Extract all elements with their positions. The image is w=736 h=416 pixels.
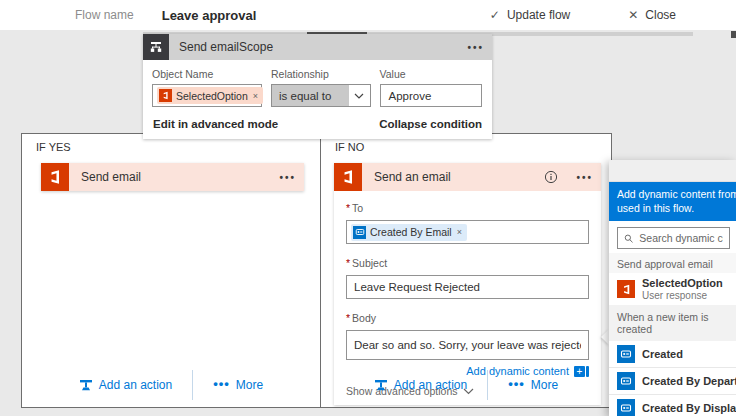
dynamic-item-selectedoption[interactable]: SelectedOption User response — [609, 273, 736, 305]
button-divider — [487, 370, 488, 400]
dynamic-item-created-by-department[interactable]: Created By Department — [609, 367, 736, 394]
add-action-label: Add an action — [99, 378, 172, 392]
item-subtitle: User response — [642, 290, 723, 301]
token-dismiss-icon[interactable]: × — [457, 227, 462, 237]
item-label: Created By Department — [642, 375, 736, 387]
to-label: To — [352, 202, 363, 214]
send-email-menu-icon[interactable]: ••• — [271, 172, 304, 183]
close-button[interactable]: ✕ Close — [628, 8, 676, 22]
top-bar: Flow name Leave approval ✓ Update flow ✕… — [0, 0, 736, 30]
add-action-button-no[interactable]: Add an action — [374, 378, 467, 392]
created-by-email-token[interactable]: Created By Email × — [351, 224, 467, 241]
more-dots-icon: ••• — [508, 376, 525, 391]
relationship-dropdown[interactable]: is equal to — [271, 84, 371, 107]
token-dismiss-icon[interactable]: × — [253, 91, 258, 101]
search-input[interactable] — [639, 232, 723, 244]
info-icon[interactable] — [544, 170, 558, 184]
condition-scope-header[interactable]: Send emailScope ••• — [143, 34, 492, 60]
search-icon — [624, 233, 633, 244]
condition-menu-icon[interactable]: ••• — [459, 42, 492, 53]
to-input[interactable]: Created By Email × — [346, 220, 589, 244]
if-no-branch: IF NO Send an email ••• *To — [321, 134, 611, 407]
close-icon: ✕ — [628, 8, 638, 22]
section-send-approval-email: Send approval email — [609, 253, 736, 273]
more-button-yes[interactable]: ••• More — [213, 378, 263, 393]
send-email-card[interactable]: Send email ••• — [41, 163, 304, 191]
send-an-email-menu-icon[interactable]: ••• — [568, 172, 601, 183]
condition-branches: IF YES Send email ••• Add an action — [21, 133, 612, 408]
banner-line1: Add dynamic content from the app — [617, 187, 736, 201]
send-an-email-card: Send an email ••• *To Created By Email — [334, 163, 601, 405]
token-label: SelectedOption — [176, 90, 248, 102]
add-action-label: Add an action — [394, 378, 467, 392]
update-flow-button[interactable]: ✓ Update flow — [490, 8, 570, 22]
required-marker: * — [346, 202, 350, 214]
flyout-banner: Add dynamic content from the app used in… — [609, 182, 736, 221]
flow-title[interactable]: Leave approval — [162, 8, 257, 23]
condition-title: Send emailScope — [179, 40, 459, 54]
banner-line2: used in this flow. — [617, 201, 736, 215]
send-email-title: Send email — [81, 170, 271, 184]
add-action-icon — [79, 378, 93, 392]
add-action-icon — [374, 378, 388, 392]
more-button-no[interactable]: ••• More — [508, 378, 558, 393]
flow-name-label: Flow name — [75, 8, 134, 22]
body-value: Dear so and so. Sorry, your leave was re… — [354, 339, 581, 351]
flyout-callout-arrow — [601, 329, 609, 345]
more-label: More — [531, 378, 558, 392]
canvas-vscrollbar[interactable] — [731, 31, 736, 38]
sharepoint-field-icon — [353, 226, 366, 239]
sharepoint-field-icon — [617, 345, 635, 363]
value-text: Approve — [385, 90, 432, 102]
office-icon — [159, 89, 172, 102]
value-label: Value — [380, 68, 482, 80]
selected-option-token[interactable]: SelectedOption × — [157, 87, 263, 104]
office-icon — [41, 163, 69, 191]
required-marker: * — [346, 257, 350, 269]
if-yes-label: IF YES — [36, 141, 71, 153]
edit-advanced-mode-link[interactable]: Edit in advanced mode — [153, 118, 278, 130]
sharepoint-field-icon — [617, 372, 635, 390]
condition-scope-card: Send emailScope ••• Object Name Selected… — [143, 34, 492, 139]
more-dots-icon: ••• — [213, 376, 230, 391]
item-title: SelectedOption — [642, 277, 723, 289]
dynamic-content-search[interactable] — [617, 227, 730, 249]
scope-sitemap-icon — [143, 34, 169, 60]
office-icon — [334, 163, 362, 191]
required-marker: * — [346, 312, 350, 324]
chevron-down-icon — [349, 85, 370, 106]
button-divider — [192, 370, 193, 400]
value-input[interactable]: Approve — [380, 84, 482, 107]
item-label: Created — [642, 348, 683, 360]
subject-label: Subject — [352, 257, 387, 269]
body-label: Body — [352, 312, 376, 324]
check-icon: ✓ — [490, 8, 500, 22]
relationship-label: Relationship — [271, 68, 371, 80]
dynamic-content-panel: Add dynamic content from the app used in… — [609, 160, 736, 416]
send-an-email-title: Send an email — [374, 170, 544, 184]
section-new-item-created: When a new item is created — [609, 305, 736, 341]
send-an-email-header[interactable]: Send an email ••• — [334, 163, 601, 191]
relationship-value: is equal to — [272, 90, 349, 102]
close-label: Close — [645, 8, 676, 22]
dynamic-item-created[interactable]: Created — [609, 341, 736, 367]
item-label: Created By DisplayName — [642, 402, 736, 414]
if-yes-branch: IF YES Send email ••• Add an action — [22, 134, 320, 407]
sharepoint-field-icon — [617, 399, 635, 416]
token-label: Created By Email — [370, 226, 452, 238]
body-input[interactable]: Dear so and so. Sorry, your leave was re… — [346, 330, 589, 360]
object-name-label: Object Name — [152, 68, 262, 80]
dynamic-item-created-by-displayname[interactable]: Created By DisplayName — [609, 394, 736, 416]
subject-input[interactable]: Leave Request Rejected — [346, 275, 589, 299]
object-name-input[interactable]: SelectedOption × — [152, 84, 262, 107]
update-flow-label: Update flow — [507, 8, 570, 22]
add-action-button-yes[interactable]: Add an action — [79, 378, 172, 392]
more-label: More — [236, 378, 263, 392]
collapse-condition-link[interactable]: Collapse condition — [379, 118, 482, 130]
office-icon — [617, 280, 635, 298]
flyout-header-strip — [609, 160, 736, 182]
if-no-label: IF NO — [335, 141, 364, 153]
subject-value: Leave Request Rejected — [354, 281, 480, 293]
